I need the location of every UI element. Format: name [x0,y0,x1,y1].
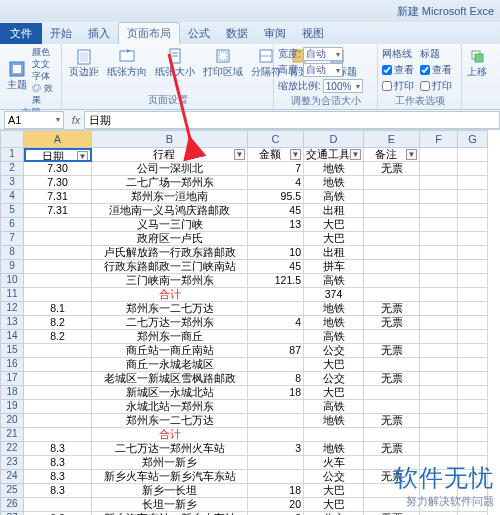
fx-icon[interactable]: fx [68,114,84,126]
cell[interactable]: 备注▼ [364,148,420,162]
cell[interactable]: 新城区一永城北站 [92,386,248,400]
row-header[interactable]: 10 [0,274,24,288]
cell[interactable]: 地铁 [304,442,364,456]
cell[interactable] [420,400,458,414]
cell[interactable]: 高铁 [304,400,364,414]
head-print-check[interactable] [420,81,430,91]
cell[interactable] [458,162,488,176]
cell[interactable] [364,260,420,274]
cell[interactable] [458,330,488,344]
cell[interactable]: 3 [248,442,304,456]
cell[interactable]: 大巴 [304,218,364,232]
cell[interactable]: 大巴 [304,498,364,512]
cell[interactable] [420,344,458,358]
row-header[interactable]: 14 [0,330,24,344]
cell[interactable]: 无票 [364,372,420,386]
cell[interactable]: 18 [248,484,304,498]
cell[interactable] [248,470,304,484]
cell[interactable] [364,400,420,414]
cell[interactable] [24,414,92,428]
filter-dropdown[interactable]: ▼ [234,149,245,160]
cell[interactable]: 高铁 [304,274,364,288]
cell[interactable] [364,176,420,190]
cell[interactable]: 地铁 [304,316,364,330]
row-header[interactable]: 15 [0,344,24,358]
cell[interactable] [24,498,92,512]
cell[interactable]: 无票 [364,302,420,316]
cell[interactable] [458,428,488,442]
col-header-C[interactable]: C [248,130,304,148]
cell[interactable] [420,148,458,162]
cell[interactable] [458,302,488,316]
cell[interactable] [24,218,92,232]
filter-dropdown[interactable]: ▼ [406,149,417,160]
cell[interactable]: 高铁 [304,190,364,204]
filter-dropdown[interactable]: ▼ [290,149,301,160]
cell[interactable]: 8.3 [24,484,92,498]
head-view-check[interactable] [420,65,430,75]
cell[interactable]: 45 [248,260,304,274]
cell[interactable] [24,358,92,372]
row-header[interactable]: 19 [0,400,24,414]
cell[interactable] [458,274,488,288]
cell[interactable]: 10 [248,246,304,260]
bring-forward-button[interactable]: 上移 [466,46,488,80]
row-header[interactable]: 21 [0,428,24,442]
cell[interactable]: 合计 [92,428,248,442]
row-header[interactable]: 9 [0,260,24,274]
row-header[interactable]: 16 [0,358,24,372]
cell[interactable] [24,246,92,260]
select-all-corner[interactable] [0,130,24,148]
tab-pagelayout[interactable]: 页面布局 [118,22,180,44]
cell[interactable] [420,218,458,232]
cell[interactable]: 8.3 [24,442,92,456]
row-header[interactable]: 1 [0,148,24,162]
cell[interactable]: 无票 [364,414,420,428]
row-header[interactable]: 5 [0,204,24,218]
cell[interactable] [364,218,420,232]
cell[interactable] [364,190,420,204]
cell[interactable] [420,176,458,190]
cell[interactable] [420,260,458,274]
cell[interactable]: 8.2 [24,316,92,330]
col-header-F[interactable]: F [420,130,458,148]
cell[interactable] [458,148,488,162]
pagesetup-1[interactable]: 纸张方向 [104,46,150,80]
cell[interactable]: 无票 [364,162,420,176]
cell[interactable] [24,288,92,302]
cell[interactable]: 95.5 [248,190,304,204]
tab-view[interactable]: 视图 [294,23,332,44]
cell[interactable]: 大巴 [304,232,364,246]
row-header[interactable]: 17 [0,372,24,386]
themes-button[interactable]: 主题 [4,59,30,93]
cell[interactable] [24,232,92,246]
scale-combo[interactable]: 100% [323,79,363,93]
cell[interactable]: 7.30 [24,162,92,176]
cell[interactable] [24,386,92,400]
cell[interactable]: 洹地南一义马鸿庆路邮政 [92,204,248,218]
cell[interactable] [24,428,92,442]
cell[interactable]: 行程▼ [92,148,248,162]
cell[interactable]: 商丘一永城老城区 [92,358,248,372]
cell[interactable]: 8.3 [24,470,92,484]
cell[interactable] [364,428,420,442]
cell[interactable]: 地铁 [304,302,364,316]
cell[interactable] [420,414,458,428]
cell[interactable] [364,204,420,218]
row-header[interactable]: 4 [0,190,24,204]
cell[interactable]: 高铁 [304,330,364,344]
cell[interactable] [458,218,488,232]
colors-button[interactable]: 颜色 [32,46,57,58]
cell[interactable] [420,204,458,218]
cell[interactable]: 4 [248,176,304,190]
cell[interactable]: 公交 [304,372,364,386]
cell[interactable] [248,288,304,302]
cell[interactable] [458,358,488,372]
cell[interactable]: 4 [248,316,304,330]
cell[interactable] [24,344,92,358]
cell[interactable] [364,274,420,288]
cell[interactable]: 卢氏解放路一行政东路邮政 [92,246,248,260]
cell[interactable]: 87 [248,344,304,358]
cell[interactable]: 郑州东一洹地南 [92,190,248,204]
cell[interactable]: 行政东路邮政一三门峡南站 [92,260,248,274]
